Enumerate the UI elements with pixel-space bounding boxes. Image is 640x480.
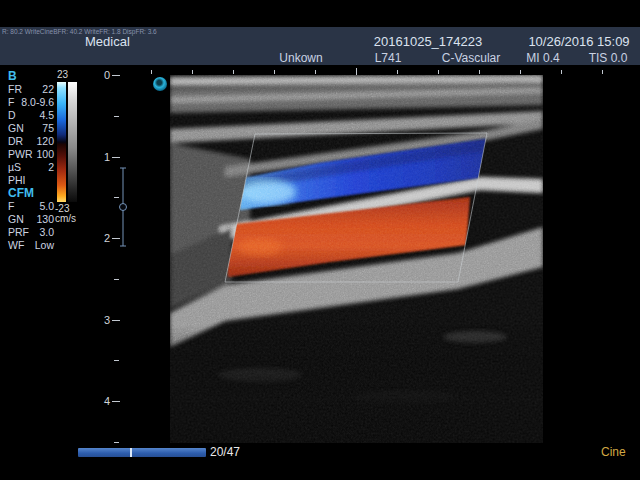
parameter-label: D	[8, 109, 16, 121]
hospital-name: Medical	[85, 34, 130, 49]
parameter-label: GN	[8, 213, 24, 225]
grayscale-bar	[68, 82, 77, 202]
minor-tick	[114, 442, 119, 443]
minor-tick	[114, 279, 119, 280]
parameter-row: GN 75	[8, 122, 54, 135]
parameter-row: FR 22	[8, 83, 54, 96]
parameter-label: FR	[8, 83, 22, 95]
parameter-row: DR 120	[8, 135, 54, 148]
parameter-value: Low	[35, 239, 54, 251]
parameter-label: µS	[8, 161, 21, 173]
cine-mode-label: Cine	[601, 445, 626, 459]
parameter-label: PRF	[8, 226, 29, 238]
major-tick	[112, 320, 120, 321]
depth-ruler-label: 0	[96, 69, 110, 81]
parameter-row: µS 2	[8, 161, 54, 174]
major-tick	[112, 401, 120, 402]
cine-position-marker[interactable]	[130, 448, 132, 457]
width-tick	[438, 70, 439, 74]
parameter-value: 4.5	[39, 109, 54, 121]
width-tick	[397, 70, 398, 74]
width-tick	[315, 70, 316, 74]
ultrasound-image[interactable]	[170, 75, 543, 443]
cfm-parameter-list: F 5.0 GN 130 PRF 3.0 WF Low	[8, 200, 54, 252]
width-tick	[479, 70, 480, 74]
parameter-label: F	[8, 96, 14, 108]
major-tick	[112, 157, 120, 158]
parameter-value: 5.0	[39, 200, 54, 212]
scale-max-label: 23	[57, 69, 68, 80]
width-tick	[151, 70, 152, 74]
top-status-bar: R: 80.2 WriteCineBFR: 40.2 WriteFR: 1.8 …	[0, 27, 640, 65]
depth-ruler-label: 2	[96, 232, 110, 244]
major-tick	[112, 75, 120, 76]
mi-value: MI 0.4	[526, 51, 559, 65]
parameter-row: GN 130	[8, 213, 54, 226]
parameter-value: 120	[36, 135, 54, 147]
parameter-value: 3.0	[39, 226, 54, 238]
parameter-row: PWR 100	[8, 148, 54, 161]
exam-id: 20161025_174223	[374, 34, 482, 49]
cfm-color-scale-bar	[57, 82, 66, 202]
exam-preset: C-Vascular	[442, 51, 500, 65]
parameter-value: 22	[42, 83, 54, 95]
parameter-row: PRF 3.0	[8, 226, 54, 239]
b-mode-header: B	[8, 69, 17, 83]
scale-unit-label: cm/s	[55, 213, 76, 224]
cine-frame-counter: 20/47	[210, 445, 240, 459]
frame-rate-stats: R: 80.2 WriteCineBFR: 40.2 WriteFR: 1.8 …	[2, 28, 157, 35]
patient-name: Unkown	[279, 51, 322, 65]
parameter-label: GN	[8, 122, 24, 134]
tis-value: TIS 0.0	[589, 51, 628, 65]
datetime: 10/26/2016 15:09	[528, 34, 629, 49]
parameter-value: 2	[48, 161, 54, 173]
minor-tick	[114, 360, 119, 361]
width-tick	[520, 70, 521, 74]
parameter-row: D 4.5	[8, 109, 54, 122]
b-mode-parameter-list: FR 22 F 8.0-9.6 D 4.5 GN 75 DR 120 PWR 1…	[8, 83, 54, 187]
parameter-label: DR	[8, 135, 23, 147]
probe-orientation-icon	[153, 77, 167, 91]
parameter-row: F 8.0-9.6	[8, 96, 54, 109]
width-tick	[561, 70, 562, 74]
width-tick	[602, 70, 603, 74]
parameter-row: WF Low	[8, 239, 54, 252]
parameter-label: WF	[8, 239, 24, 251]
width-tick	[233, 70, 234, 74]
parameter-value: 130	[36, 213, 54, 225]
parameter-label: PHI	[8, 174, 26, 186]
width-tick	[274, 70, 275, 74]
parameter-label: PWR	[8, 148, 33, 160]
parameter-value: 75	[42, 122, 54, 134]
width-tick	[192, 70, 193, 74]
parameter-row: F 5.0	[8, 200, 54, 213]
ultrasound-screen: R: 80.2 WriteCineBFR: 40.2 WriteFR: 1.8 …	[0, 0, 640, 480]
parameter-value: 100	[36, 148, 54, 160]
cfm-header: CFM	[8, 186, 34, 200]
depth-ruler-label: 1	[96, 151, 110, 163]
cine-progress-bar[interactable]	[78, 448, 206, 457]
width-tick	[356, 68, 357, 75]
depth-ruler-label: 4	[96, 395, 110, 407]
focus-marker	[116, 166, 130, 248]
parameter-label: F	[8, 200, 14, 212]
parameter-value: 8.0-9.6	[21, 96, 54, 108]
depth-ruler-label: 3	[96, 314, 110, 326]
minor-tick	[114, 116, 119, 117]
probe-model: L741	[375, 51, 402, 65]
